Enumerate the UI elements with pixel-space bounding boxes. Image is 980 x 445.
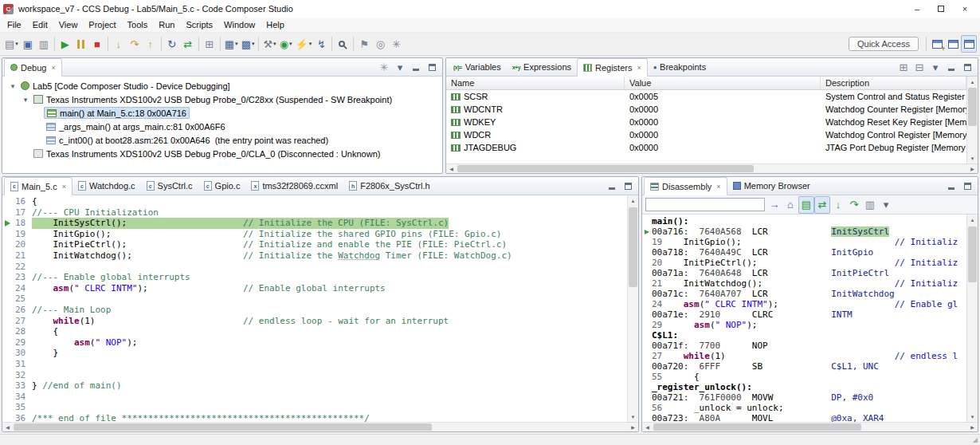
code-line[interactable]: 33} //end of main(): [2, 380, 627, 392]
disassembly-line[interactable]: _register_unlock():: [642, 382, 966, 392]
editor-hscroll-track[interactable]: [13, 423, 628, 431]
registers-vertical-scrollbar[interactable]: ▲ ▼: [966, 77, 978, 163]
disassembly-line[interactable]: 19 InitGpio(); // Initializ: [642, 237, 966, 247]
code-editor[interactable]: 16{17//--- CPU Initialization18 InitSysC…: [2, 195, 627, 422]
disassembly-hscroll-thumb[interactable]: [653, 423, 861, 431]
debug-view-menu-button[interactable]: ▾: [392, 58, 408, 76]
register-row[interactable]: WDCR0x0000Watchdog Control Register [Mem…: [446, 128, 966, 141]
annotation-button[interactable]: ✳: [388, 35, 404, 53]
line-number[interactable]: 22: [13, 262, 32, 273]
line-number[interactable]: 31: [13, 359, 32, 370]
line-number[interactable]: 30: [13, 348, 32, 359]
code-line[interactable]: 28 {: [2, 326, 627, 337]
watch-view-button[interactable]: ▩▾: [240, 35, 257, 53]
terminate-button[interactable]: ■: [89, 35, 105, 53]
resize-grip[interactable]: ◢: [973, 436, 978, 443]
disassembly-line[interactable]: 55 {: [642, 372, 966, 382]
save-button[interactable]: ▣: [20, 35, 36, 53]
close-tab-icon[interactable]: ×: [637, 64, 641, 72]
editor-hscroll-thumb[interactable]: [14, 423, 432, 431]
disassembly-line[interactable]: 21 InitWatchdog(); // Initializ: [642, 278, 966, 289]
step-over-button[interactable]: ↷: [127, 35, 143, 53]
close-tab-icon[interactable]: ×: [51, 64, 55, 72]
menu-help[interactable]: Help: [261, 19, 290, 30]
disassembly-scroll-down-button[interactable]: ▼: [967, 412, 978, 422]
flash-button[interactable]: ⚡▾: [294, 35, 314, 53]
registers-view-menu-button[interactable]: ▾: [927, 58, 943, 76]
editor-vscroll-thumb[interactable]: [629, 207, 637, 287]
show-source-toggle[interactable]: ▤: [798, 196, 814, 214]
tab-main-5-c[interactable]: cMain_5.c×: [4, 177, 73, 195]
registers-collapse-all-button[interactable]: ⊟: [911, 58, 927, 76]
disassembly-view[interactable]: main():00a716: 7640A568 LCR InitSysCtrl1…: [642, 215, 966, 422]
menu-window[interactable]: Window: [218, 19, 261, 30]
code-line[interactable]: 17//--- CPU Initialization: [2, 207, 627, 219]
tab-registers[interactable]: Registers×: [577, 58, 648, 77]
tab-breakpoints[interactable]: ●Breakpoints: [648, 58, 711, 76]
debug-tree-item[interactable]: ▾Lab5 [Code Composer Studio - Device Deb…: [4, 79, 442, 93]
registers-scroll-up-button[interactable]: ▲: [967, 77, 978, 87]
bookmark-button[interactable]: ◎: [372, 35, 388, 53]
link-with-debug-toggle[interactable]: ⇄: [814, 196, 830, 214]
editor-scroll-up-button[interactable]: ▲: [628, 195, 638, 206]
code-line[interactable]: 27 while(1) // endless loop - wait for a…: [2, 316, 627, 327]
code-line[interactable]: 36/*** end of file *********************…: [2, 413, 627, 422]
code-line[interactable]: 23//--- Enable global interrupts: [2, 272, 627, 283]
disassembly-address-input[interactable]: [645, 198, 765, 211]
tab-tms32f28069-ccxml[interactable]: xtms32f28069.ccxml: [245, 177, 343, 195]
disassembly-line[interactable]: 00a721: 761F0000 MOVW DP, #0x0: [642, 392, 966, 403]
home-button[interactable]: ⌂: [782, 196, 798, 214]
registers-table-button[interactable]: ⊞: [202, 35, 218, 53]
disassembly-panel-maximize-button[interactable]: [959, 177, 975, 195]
disassembly-line[interactable]: 24 asm(" CLRC INTM"); // Enable gl: [642, 299, 966, 309]
code-line[interactable]: 26//--- Main Loop: [2, 305, 627, 316]
code-line[interactable]: 22: [2, 262, 627, 273]
editor-vertical-scrollbar[interactable]: ▲ ▼: [627, 195, 638, 422]
editor-panel-minimize-button[interactable]: [604, 177, 620, 195]
close-tab-icon[interactable]: ×: [62, 183, 66, 191]
editor-horizontal-scrollbar[interactable]: ◀ ▶: [2, 422, 638, 431]
open-new-view-button[interactable]: ▥: [862, 196, 878, 214]
resume-button[interactable]: ▶: [57, 35, 73, 53]
column-header-value[interactable]: Value: [625, 77, 821, 89]
menu-view[interactable]: View: [53, 19, 84, 30]
register-row[interactable]: WDKEY0x0000Watchdog Reset Key Register […: [446, 116, 966, 128]
menu-tools[interactable]: Tools: [122, 19, 154, 30]
registers-vscroll-thumb[interactable]: [968, 88, 977, 126]
disassembly-line[interactable]: 00a71a: 7640A648 LCR InitPieCtrl: [642, 268, 966, 278]
registers-vscroll-track[interactable]: [967, 87, 978, 153]
disassembly-scroll-up-button[interactable]: ▲: [967, 215, 978, 225]
tab-variables[interactable]: (x)=Variables: [448, 58, 507, 76]
registers-scroll-right-button[interactable]: ▶: [967, 164, 978, 173]
register-row[interactable]: JTAGDEBUG0x0000JTAG Port Debug Register …: [446, 141, 966, 154]
line-number[interactable]: 23: [13, 272, 32, 283]
disassembly-margin[interactable]: [642, 230, 652, 234]
debug-panel-maximize-button[interactable]: [424, 58, 440, 76]
code-line[interactable]: 34: [2, 392, 627, 403]
disassembly-view-menu-button[interactable]: ▾: [878, 196, 894, 214]
column-header-name[interactable]: Name: [446, 77, 625, 89]
step-into-button[interactable]: ↓: [111, 35, 127, 53]
disassembly-vertical-scrollbar[interactable]: ▲ ▼: [966, 215, 978, 422]
debug-tree-item[interactable]: c_int00() at boot28.asm:261 0x00A646 (th…: [4, 133, 442, 147]
line-number[interactable]: 36: [13, 413, 32, 422]
step-return-button[interactable]: ↑: [143, 35, 159, 53]
registers-scroll-left-button[interactable]: ◀: [446, 164, 457, 173]
registers-horizontal-scrollbar[interactable]: ◀ ▶: [446, 163, 978, 173]
debug-panel-minimize-button[interactable]: [408, 58, 424, 76]
disassembly-line[interactable]: C$L1:: [642, 330, 966, 341]
line-number[interactable]: 17: [13, 207, 32, 219]
code-line[interactable]: 31: [2, 359, 627, 370]
disassembly-line[interactable]: main():: [642, 216, 966, 226]
close-window-button[interactable]: ×: [953, 1, 977, 17]
line-number[interactable]: 32: [13, 370, 32, 381]
disassembly-line[interactable]: 29 asm(" NOP");: [642, 320, 966, 330]
line-number[interactable]: 27: [13, 316, 32, 327]
editor-annotation-margin[interactable]: [2, 220, 13, 226]
disassembly-line[interactable]: 20 InitPieCtrl(); // Initializ: [642, 258, 966, 268]
suspend-button[interactable]: [73, 35, 89, 53]
menu-scripts[interactable]: Scripts: [180, 19, 218, 30]
code-line[interactable]: 29 asm(" NOP");: [2, 337, 627, 349]
editor-scroll-right-button[interactable]: ▶: [628, 423, 638, 431]
debug-view-settings-button[interactable]: ✳: [376, 58, 392, 76]
